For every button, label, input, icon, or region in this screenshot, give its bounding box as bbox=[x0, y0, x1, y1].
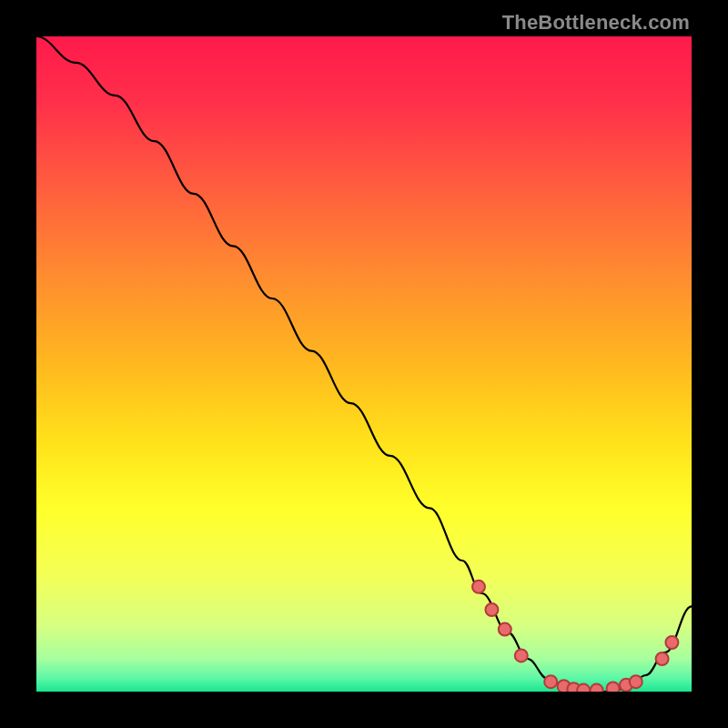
data-marker bbox=[656, 652, 669, 665]
watermark-label: TheBottleneck.com bbox=[502, 11, 690, 35]
data-marker bbox=[544, 675, 557, 688]
plot-area bbox=[36, 36, 692, 692]
data-marker bbox=[630, 675, 642, 688]
data-marker bbox=[472, 581, 485, 593]
data-marker bbox=[591, 684, 603, 692]
data-marker bbox=[515, 649, 528, 662]
data-marker bbox=[665, 636, 678, 649]
chart-stage: TheBottleneck.com bbox=[0, 0, 728, 728]
bottleneck-curve-path bbox=[36, 36, 692, 692]
data-marker bbox=[499, 623, 511, 636]
data-marker bbox=[607, 682, 620, 692]
data-marker bbox=[485, 603, 498, 616]
data-marker bbox=[577, 684, 590, 692]
plot-frame bbox=[36, 36, 692, 692]
plot-overlay bbox=[36, 36, 692, 692]
